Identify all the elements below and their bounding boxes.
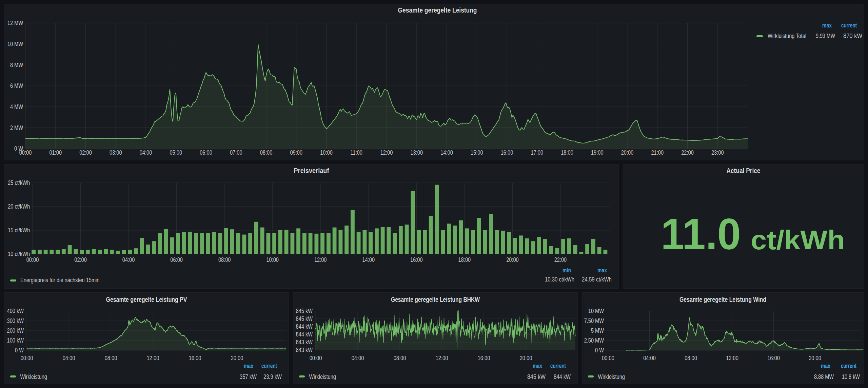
svg-text:20:00: 20:00 <box>231 355 243 362</box>
svg-text:06:00: 06:00 <box>200 149 212 156</box>
svg-text:22:00: 22:00 <box>681 149 694 156</box>
svg-text:04:00: 04:00 <box>63 355 75 362</box>
svg-text:08:00: 08:00 <box>218 256 231 263</box>
svg-text:20:00: 20:00 <box>809 355 821 362</box>
svg-text:25 ct/kWh: 25 ct/kWh <box>8 179 30 186</box>
svg-text:16:00: 16:00 <box>501 149 513 156</box>
svg-text:09:00: 09:00 <box>290 149 303 156</box>
svg-text:10:00: 10:00 <box>320 149 333 156</box>
svg-text:03:00: 03:00 <box>110 149 122 156</box>
svg-text:2.50 MW: 2.50 MW <box>584 337 604 344</box>
svg-text:01:00: 01:00 <box>50 149 62 156</box>
svg-text:870 kW: 870 kW <box>843 33 862 39</box>
svg-text:8 MW: 8 MW <box>10 62 23 69</box>
svg-text:12:00: 12:00 <box>726 355 738 362</box>
svg-text:12 MW: 12 MW <box>7 20 23 26</box>
svg-text:max: max <box>822 22 832 29</box>
svg-text:14:00: 14:00 <box>362 256 375 263</box>
svg-text:17:00: 17:00 <box>531 149 544 156</box>
svg-text:min: min <box>563 267 571 274</box>
svg-text:max: max <box>821 363 830 369</box>
svg-text:23.9 kW: 23.9 kW <box>263 373 282 380</box>
svg-text:Gesamte geregelte Leistung: Gesamte geregelte Leistung <box>398 6 477 14</box>
svg-text:19:00: 19:00 <box>591 149 604 156</box>
svg-text:11:00: 11:00 <box>351 149 362 156</box>
svg-text:04:00: 04:00 <box>122 256 135 263</box>
svg-text:max: max <box>533 363 542 369</box>
svg-text:845 kW: 845 kW <box>296 308 313 314</box>
svg-text:00:00: 00:00 <box>21 355 33 362</box>
svg-text:05:00: 05:00 <box>170 149 182 156</box>
svg-text:18:00: 18:00 <box>561 149 573 156</box>
svg-text:844 kW: 844 kW <box>296 323 313 330</box>
svg-text:16:00: 16:00 <box>767 355 780 362</box>
svg-text:20 ct/kWh: 20 ct/kWh <box>8 203 30 210</box>
svg-text:22:00: 22:00 <box>554 256 567 263</box>
svg-text:Preisverlauf: Preisverlauf <box>294 167 330 174</box>
svg-text:16:00: 16:00 <box>189 355 201 362</box>
svg-text:10 MW: 10 MW <box>588 308 604 314</box>
svg-text:23:00: 23:00 <box>711 149 724 156</box>
svg-text:844 kW: 844 kW <box>554 373 571 380</box>
svg-text:04:00: 04:00 <box>352 355 364 362</box>
svg-text:20:00: 20:00 <box>520 355 532 362</box>
svg-text:0 W: 0 W <box>595 347 604 354</box>
svg-text:5 MW: 5 MW <box>591 327 604 334</box>
svg-text:10.30 ct/kWh: 10.30 ct/kWh <box>545 276 574 283</box>
svg-text:6 MW: 6 MW <box>10 82 23 89</box>
svg-text:10 MW: 10 MW <box>7 41 23 47</box>
svg-text:Energiepreis für die nächsten: Energiepreis für die nächsten 15min <box>20 277 99 284</box>
svg-text:10.8 kW: 10.8 kW <box>842 373 860 380</box>
svg-text:21:00: 21:00 <box>651 149 664 156</box>
svg-text:844 kW: 844 kW <box>296 331 313 338</box>
svg-text:Wirkleistung: Wirkleistung <box>20 373 47 380</box>
svg-text:08:00: 08:00 <box>685 355 697 362</box>
svg-text:16:00: 16:00 <box>478 355 490 362</box>
svg-text:9.99 MW: 9.99 MW <box>816 33 835 39</box>
svg-text:08:00: 08:00 <box>260 149 273 156</box>
svg-text:200 kW: 200 kW <box>7 327 24 334</box>
svg-text:current: current <box>261 363 277 369</box>
svg-text:00:00: 00:00 <box>602 355 614 362</box>
svg-text:13:00: 13:00 <box>411 149 423 156</box>
svg-text:06:00: 06:00 <box>170 256 183 263</box>
svg-text:08:00: 08:00 <box>105 355 117 362</box>
svg-text:15:00: 15:00 <box>471 149 483 156</box>
svg-text:Gesamte geregelte Leistung Win: Gesamte geregelte Leistung Wind <box>679 295 766 303</box>
svg-text:Wirkleistung: Wirkleistung <box>598 373 625 380</box>
svg-text:14:00: 14:00 <box>440 149 453 156</box>
svg-text:10:00: 10:00 <box>266 256 279 263</box>
svg-text:max: max <box>597 267 607 274</box>
svg-text:12:00: 12:00 <box>380 149 393 156</box>
svg-text:00:00: 00:00 <box>26 256 39 263</box>
svg-text:843 kW: 843 kW <box>296 347 313 353</box>
svg-text:Actual Price: Actual Price <box>727 167 761 174</box>
svg-text:04:00: 04:00 <box>140 149 152 156</box>
svg-text:02:00: 02:00 <box>79 149 92 156</box>
svg-text:0 W: 0 W <box>15 347 24 354</box>
svg-text:12:00: 12:00 <box>314 256 327 263</box>
svg-text:8.88 MW: 8.88 MW <box>814 373 834 380</box>
svg-text:845 kW: 845 kW <box>527 373 546 380</box>
svg-text:11.0: 11.0 <box>661 209 741 259</box>
svg-text:357 kW: 357 kW <box>240 373 257 380</box>
svg-text:00:00: 00:00 <box>19 149 32 156</box>
svg-text:07:00: 07:00 <box>230 149 242 156</box>
svg-text:current: current <box>841 22 857 29</box>
svg-text:current: current <box>550 363 566 369</box>
svg-text:24.59 ct/kWh: 24.59 ct/kWh <box>582 276 612 283</box>
svg-text:18:00: 18:00 <box>458 256 471 263</box>
svg-text:current: current <box>841 363 856 369</box>
svg-text:Gesamte geregelte Leistung PV: Gesamte geregelte Leistung PV <box>106 295 187 303</box>
svg-text:12:00: 12:00 <box>436 355 448 362</box>
svg-text:ct/kWh: ct/kWh <box>751 225 845 255</box>
svg-text:15 ct/kWh: 15 ct/kWh <box>8 227 30 234</box>
svg-text:2 MW: 2 MW <box>10 124 23 131</box>
svg-text:300 kW: 300 kW <box>7 317 24 324</box>
svg-text:08:00: 08:00 <box>394 355 406 362</box>
svg-text:4 MW: 4 MW <box>10 103 23 110</box>
svg-text:04:00: 04:00 <box>643 355 656 362</box>
svg-text:843 kW: 843 kW <box>296 339 313 346</box>
svg-text:7.50 MW: 7.50 MW <box>584 317 604 324</box>
svg-text:Wirkleistung: Wirkleistung <box>309 373 336 380</box>
